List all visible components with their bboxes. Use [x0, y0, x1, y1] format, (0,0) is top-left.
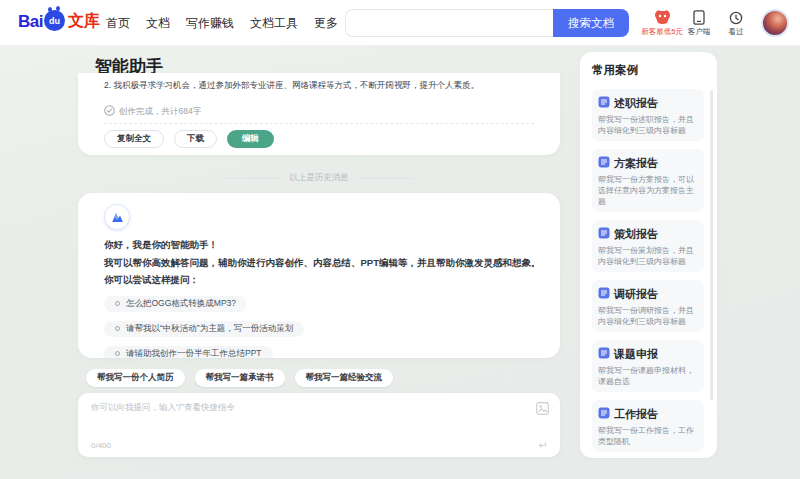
clock-icon: [718, 8, 754, 25]
case-project-application[interactable]: 课题申报 帮我写一份课题申报材料，课题自选: [592, 340, 704, 392]
suggestion-chip-ogg-mp3[interactable]: 怎么把OGG格式转换成MP3?: [104, 296, 247, 312]
divider-line: [226, 178, 281, 179]
case-plan-report[interactable]: 方案报告 帮我写一份方案报告，可以选择任意内容为方案报告主题: [592, 149, 704, 212]
completion-status: 创作完成，共计684字: [104, 105, 534, 118]
case-desc: 帮我写一份述职报告，并且内容细化到三级内容标题: [598, 114, 698, 136]
doc-icon: [598, 154, 610, 172]
quick-prompt-experience[interactable]: 帮我写一篇经验交流: [295, 369, 394, 387]
truncated-answer-text: 2. 我积极寻求学习机会，通过参加外部专业讲座、网络课程等方式，不断开阔视野，提…: [104, 79, 534, 91]
suggestion-chips: 怎么把OGG格式转换成MP3? 请帮我以“中秋活动”为主题，写一份活动策划 请辅…: [104, 296, 534, 359]
edit-button[interactable]: 编辑: [227, 130, 274, 148]
bullet-icon: [115, 301, 120, 306]
quick-prompt-resume[interactable]: 帮我写一份个人简历: [86, 369, 185, 387]
doc-icon: [598, 285, 610, 303]
completion-status-text: 创作完成，共计684字: [119, 106, 201, 118]
answer-actions: 复制全文 下载 编辑: [104, 130, 534, 148]
bullet-icon: [115, 326, 120, 331]
case-title: 方案报告: [614, 156, 658, 171]
case-desc: 帮我写一份工作报告，工作类型随机: [598, 425, 698, 447]
case-research-report[interactable]: 调研报告 帮我写一份调研报告，并且内容细化到三级内容标题: [592, 280, 704, 332]
history-message-card: 2. 我积极寻求学习机会，通过参加外部专业讲座、网络课程等方式，不断开阔视野，提…: [78, 73, 560, 155]
case-title: 策划报告: [614, 227, 658, 242]
case-title: 课题申报: [614, 347, 658, 362]
suggestion-chip-mid-autumn[interactable]: 请帮我以“中秋活动”为主题，写一份活动策划: [104, 321, 304, 337]
client-entry[interactable]: 客户端: [679, 8, 719, 37]
case-desc: 帮我写一份调研报告，并且内容细化到三级内容标题: [598, 305, 698, 327]
doc-icon: [598, 225, 610, 243]
doc-icon: [598, 345, 610, 363]
suggestion-chip-ppt-summary[interactable]: 请辅助我创作一份半年工作总结PPT: [104, 346, 273, 359]
common-cases-sidebar: 常用案例 述职报告 帮我写一份述职报告，并且内容细化到三级内容标题 方案报告 帮…: [580, 52, 717, 458]
nav-write-earn[interactable]: 写作赚钱: [186, 15, 234, 32]
nav-docs[interactable]: 文档: [146, 15, 170, 32]
composer: 0/400 ↵: [78, 393, 560, 457]
baidu-wenku-assistant-page: Bai du 文库 首页 文档 写作赚钱 文档工具 更多 搜索文档 新客最低5元…: [0, 0, 800, 479]
bullet-icon: [115, 351, 120, 356]
case-debriefing-report[interactable]: 述职报告 帮我写一份述职报告，并且内容细化到三级内容标题: [592, 89, 704, 141]
assistant-avatar-icon: [104, 204, 130, 230]
case-title: 工作报告: [614, 407, 658, 422]
case-desc: 帮我写一份策划报告，并且内容细化到三级内容标题: [598, 245, 698, 267]
case-title: 调研报告: [614, 287, 658, 302]
nav-home[interactable]: 首页: [106, 15, 130, 32]
case-desc: 帮我写一份课题申报材料，课题自选: [598, 365, 698, 387]
doc-icon: [598, 405, 610, 423]
question-input[interactable]: [78, 393, 560, 429]
divider-text: 以上是历史消息: [289, 172, 349, 184]
greeting-line-2: 我可以帮你高效解答问题，辅助你进行内容创作、内容总结、PPT编辑等，并且帮助你激…: [104, 254, 534, 272]
nav-more[interactable]: 更多: [314, 15, 338, 32]
phone-icon: [679, 8, 719, 25]
quick-prompts-row: 帮我写一份个人简历 帮我写一篇承诺书 帮我写一篇经验交流: [86, 369, 393, 387]
doc-icon: [598, 94, 610, 112]
case-title: 述职报告: [614, 96, 658, 111]
suggestion-text: 请帮我以“中秋活动”为主题，写一份活动策划: [126, 323, 293, 335]
divider-line: [357, 178, 412, 179]
case-planning-report[interactable]: 策划报告 帮我写一份策划报告，并且内容细化到三级内容标题: [592, 220, 704, 272]
case-desc: 帮我写一份方案报告，可以选择任意内容为方案报告主题: [598, 174, 698, 207]
search-docs-button[interactable]: 搜索文档: [553, 9, 629, 37]
user-avatar[interactable]: [761, 9, 789, 37]
check-circle-icon: [104, 105, 115, 118]
nav-doc-tools[interactable]: 文档工具: [250, 15, 298, 32]
sidebar-title: 常用案例: [592, 63, 707, 78]
search-input[interactable]: [345, 9, 553, 37]
image-upload-icon[interactable]: [536, 401, 549, 419]
baidu-wenku-logo[interactable]: Bai du 文库: [18, 11, 100, 32]
suggestion-text: 请辅助我创作一份半年工作总结PPT: [126, 348, 262, 359]
greeting-line-3: 你可以尝试这样提问：: [104, 271, 534, 289]
case-work-report[interactable]: 工作报告 帮我写一份工作报告，工作类型随机: [592, 400, 704, 452]
top-header: Bai du 文库 首页 文档 写作赚钱 文档工具 更多 搜索文档 新客最低5元…: [0, 0, 800, 46]
greeting-line-1: 你好，我是你的智能助手！: [104, 236, 534, 254]
char-counter: 0/400: [91, 441, 111, 450]
suggestion-text: 怎么把OGG格式转换成MP3?: [126, 298, 236, 310]
viewed-label: 看过: [718, 27, 754, 37]
sidebar-scrollbar[interactable]: [710, 90, 713, 400]
assistant-greeting-card: 你好，我是你的智能助手！ 我可以帮你高效解答问题，辅助你进行内容创作、内容总结、…: [78, 193, 560, 358]
logo-bai-text: Bai: [18, 12, 43, 32]
quick-prompt-commitment[interactable]: 帮我写一篇承诺书: [195, 369, 285, 387]
dashed-divider: [104, 123, 534, 124]
greeting-text: 你好，我是你的智能助手！ 我可以帮你高效解答问题，辅助你进行内容创作、内容总结、…: [104, 236, 534, 289]
download-button[interactable]: 下载: [174, 130, 217, 148]
main-nav: 首页 文档 写作赚钱 文档工具 更多: [106, 0, 338, 46]
baidu-paw-icon: du: [44, 10, 65, 31]
enter-icon: ↵: [539, 439, 548, 452]
viewed-entry[interactable]: 看过: [718, 8, 754, 37]
client-label: 客户端: [679, 27, 719, 37]
history-divider: 以上是历史消息: [78, 172, 560, 184]
doc-search-bar: 搜索文档: [345, 9, 629, 37]
copy-all-button[interactable]: 复制全文: [104, 130, 164, 148]
logo-wenku-text: 文库: [68, 11, 100, 32]
